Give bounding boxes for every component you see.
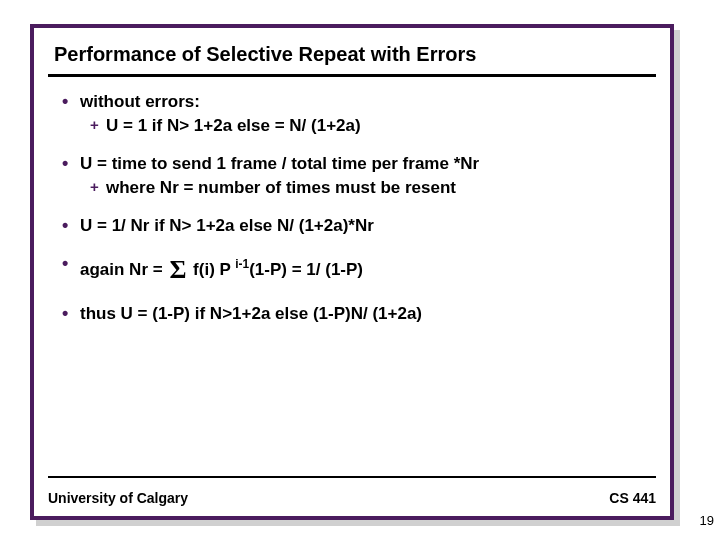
bullet-4-sup: i-1 bbox=[235, 258, 249, 272]
slide-border: Performance of Selective Repeat with Err… bbox=[30, 24, 674, 520]
sub-2: + where Nr = number of times must be res… bbox=[62, 177, 656, 199]
bullet-dot-icon: • bbox=[62, 303, 80, 325]
sigma-icon: Σ bbox=[167, 255, 188, 284]
bullet-5: • thus U = (1-P) if N>1+2a else (1-P)N/ … bbox=[62, 303, 656, 325]
bullet-dot-icon: • bbox=[62, 215, 80, 237]
footer-left: University of Calgary bbox=[48, 490, 188, 506]
slide-inner: Performance of Selective Repeat with Err… bbox=[34, 28, 670, 516]
slide-title: Performance of Selective Repeat with Err… bbox=[34, 28, 670, 74]
page-number: 19 bbox=[700, 513, 714, 528]
bullet-4: • again Nr = Σ f(i) P i-1(1-P) = 1/ (1-P… bbox=[62, 253, 656, 287]
bullet-3-text: U = 1/ Nr if N> 1+2a else N/ (1+2a)*Nr bbox=[80, 215, 656, 237]
bullet-4-text: again Nr = Σ f(i) P i-1(1-P) = 1/ (1-P) bbox=[80, 253, 656, 287]
sub-1: + U = 1 if N> 1+2a else = N/ (1+2a) bbox=[62, 115, 656, 137]
bullet-dot-icon: • bbox=[62, 253, 80, 275]
slide-footer: University of Calgary CS 441 bbox=[48, 490, 656, 506]
slide-content: • without errors: + U = 1 if N> 1+2a els… bbox=[34, 77, 670, 325]
slide-container: Performance of Selective Repeat with Err… bbox=[30, 24, 674, 520]
bullet-dot-icon: • bbox=[62, 153, 80, 175]
sub-1-text: U = 1 if N> 1+2a else = N/ (1+2a) bbox=[106, 115, 656, 137]
bullet-dot-icon: • bbox=[62, 91, 80, 113]
bullet-2: • U = time to send 1 frame / total time … bbox=[62, 153, 656, 175]
sub-2-text: where Nr = number of times must be resen… bbox=[106, 177, 656, 199]
footer-right: CS 441 bbox=[609, 490, 656, 506]
bullet-1-text: without errors: bbox=[80, 91, 656, 113]
bullet-4-b: f(i) P bbox=[188, 260, 235, 279]
footer-rule bbox=[48, 476, 656, 478]
bullet-5-text: thus U = (1-P) if N>1+2a else (1-P)N/ (1… bbox=[80, 303, 656, 325]
bullet-3: • U = 1/ Nr if N> 1+2a else N/ (1+2a)*Nr bbox=[62, 215, 656, 237]
bullet-2-text: U = time to send 1 frame / total time pe… bbox=[80, 153, 656, 175]
plus-icon: + bbox=[90, 115, 106, 135]
bullet-4-a: again Nr = bbox=[80, 260, 167, 279]
bullet-1: • without errors: bbox=[62, 91, 656, 113]
bullet-4-c: (1-P) = 1/ (1-P) bbox=[249, 260, 363, 279]
plus-icon: + bbox=[90, 177, 106, 197]
